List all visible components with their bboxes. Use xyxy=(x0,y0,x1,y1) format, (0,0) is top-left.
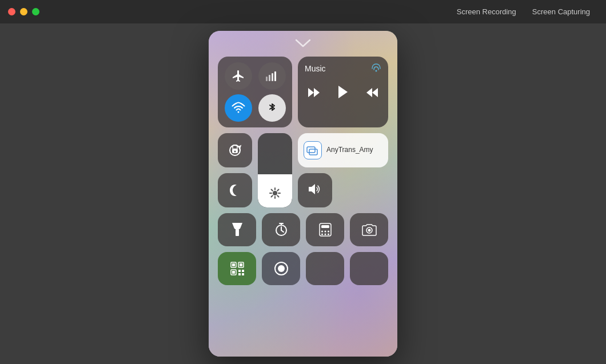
brightness-icon xyxy=(269,187,281,202)
close-button[interactable] xyxy=(8,8,15,15)
screen-record-button[interactable] xyxy=(262,252,300,285)
airplane-mode-button[interactable] xyxy=(225,62,252,90)
qr-scanner-button[interactable] xyxy=(218,252,256,285)
volume-icon xyxy=(308,183,322,198)
svg-rect-46 xyxy=(232,263,235,266)
airplay-icon[interactable] xyxy=(371,62,381,75)
placeholder-button-4 xyxy=(350,252,388,285)
svg-rect-36 xyxy=(321,225,329,228)
row-connectivity-music: Music xyxy=(218,57,388,127)
calculator-button[interactable] xyxy=(306,213,344,246)
wifi-button[interactable] xyxy=(225,94,252,122)
music-widget: Music xyxy=(298,57,388,127)
timer-button[interactable] xyxy=(262,213,300,246)
svg-marker-6 xyxy=(308,88,314,97)
titlebar: Screen Recording Screen Capturing xyxy=(0,0,606,23)
left-icons xyxy=(218,133,252,207)
svg-rect-51 xyxy=(238,270,241,272)
svg-rect-52 xyxy=(242,270,244,272)
music-title: Music xyxy=(305,64,326,73)
music-header: Music xyxy=(305,62,381,75)
svg-point-42 xyxy=(328,234,329,235)
brightness-slider[interactable] xyxy=(258,133,292,207)
volume-slider[interactable] xyxy=(298,173,332,207)
fast-forward-button[interactable] xyxy=(363,85,381,103)
svg-point-40 xyxy=(321,234,323,235)
svg-line-32 xyxy=(281,230,284,232)
panel-chevron[interactable] xyxy=(209,31,397,57)
svg-marker-9 xyxy=(366,88,372,97)
minimize-button[interactable] xyxy=(20,8,27,15)
svg-rect-0 xyxy=(266,77,268,81)
svg-rect-3 xyxy=(274,71,276,81)
placeholder-button-3 xyxy=(306,252,344,285)
row-last-icons xyxy=(218,252,388,285)
rewind-button[interactable] xyxy=(305,85,323,103)
ios-control-center-panel: Music xyxy=(209,31,397,357)
rotation-lock-button[interactable] xyxy=(218,133,252,167)
svg-line-21 xyxy=(277,195,278,197)
svg-rect-48 xyxy=(240,263,242,266)
do-not-disturb-button[interactable] xyxy=(218,173,252,207)
svg-rect-53 xyxy=(238,273,241,275)
svg-marker-26 xyxy=(309,184,315,194)
svg-line-23 xyxy=(272,195,273,197)
panel-content: Music xyxy=(209,57,397,285)
bluetooth-button[interactable] xyxy=(258,94,286,122)
svg-marker-7 xyxy=(314,88,320,97)
screen-recording-button[interactable]: Screen Recording xyxy=(449,0,524,23)
svg-rect-2 xyxy=(272,73,273,81)
svg-point-56 xyxy=(278,265,285,272)
svg-point-37 xyxy=(321,231,323,233)
svg-point-41 xyxy=(324,234,326,235)
svg-rect-25 xyxy=(309,149,317,155)
svg-point-4 xyxy=(237,111,239,113)
screen-capturing-button[interactable]: Screen Capturing xyxy=(524,0,598,23)
svg-rect-28 xyxy=(236,229,239,236)
svg-point-14 xyxy=(234,151,236,153)
svg-marker-8 xyxy=(338,86,348,98)
right-column: AnyTrans_Amy xyxy=(298,133,388,207)
svg-point-15 xyxy=(273,191,277,195)
svg-rect-1 xyxy=(269,75,270,81)
svg-line-20 xyxy=(272,190,273,191)
svg-marker-10 xyxy=(372,88,378,97)
cellular-button[interactable] xyxy=(258,62,286,90)
svg-point-39 xyxy=(328,231,329,233)
svg-point-5 xyxy=(376,70,377,72)
row-bottom-icons xyxy=(218,213,388,246)
svg-rect-24 xyxy=(307,147,315,153)
row-middle: AnyTrans_Amy xyxy=(218,133,388,207)
connectivity-widget xyxy=(218,57,292,127)
maximize-button[interactable] xyxy=(32,8,39,15)
play-button[interactable] xyxy=(333,82,353,106)
svg-rect-50 xyxy=(232,271,235,274)
traffic-lights xyxy=(8,8,39,15)
anytrans-logo xyxy=(304,141,322,159)
main-content: Music xyxy=(0,23,606,364)
svg-point-38 xyxy=(324,231,326,233)
svg-point-44 xyxy=(368,229,370,232)
anytrans-name: AnyTrans_Amy xyxy=(326,146,373,155)
titlebar-actions: Screen Recording Screen Capturing xyxy=(449,0,598,23)
svg-line-22 xyxy=(277,190,278,191)
music-controls xyxy=(305,79,381,109)
camera-button[interactable] xyxy=(350,213,388,246)
anytrans-widget[interactable]: AnyTrans_Amy xyxy=(298,133,388,167)
svg-rect-54 xyxy=(242,273,244,275)
svg-marker-29 xyxy=(232,223,242,229)
flashlight-button[interactable] xyxy=(218,213,256,246)
